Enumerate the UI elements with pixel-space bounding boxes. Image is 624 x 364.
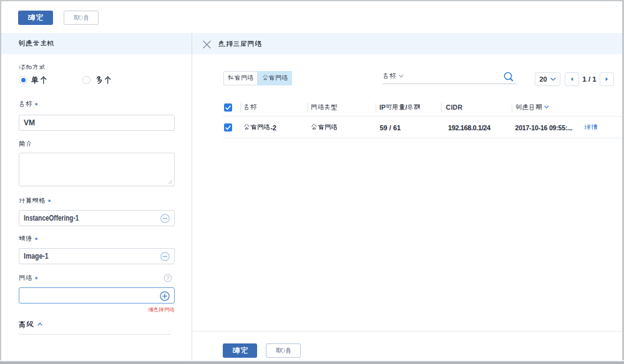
svg-text:?: ? [166,275,169,281]
